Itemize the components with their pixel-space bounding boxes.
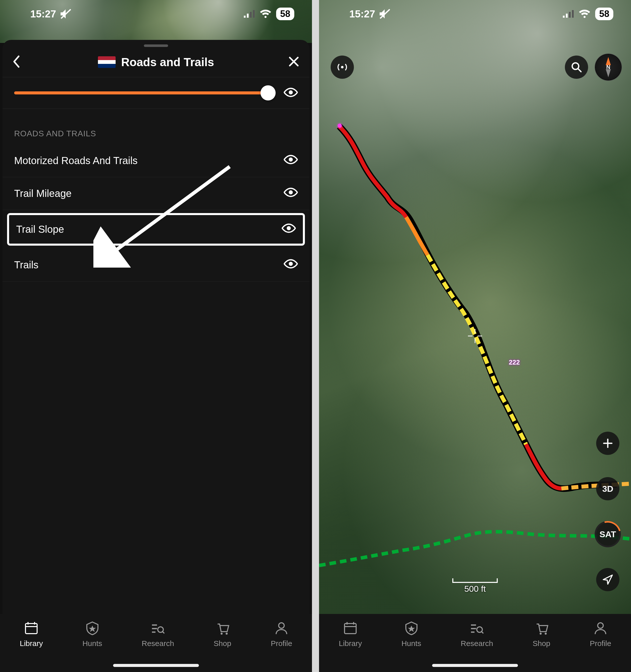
state-flag-icon [98, 56, 116, 68]
tab-label: Profile [271, 639, 292, 648]
phone-right: 222 15:27 58 [319, 0, 631, 672]
layer-row-mileage[interactable]: Trail Mileage [2, 177, 310, 210]
back-button[interactable] [13, 55, 20, 69]
svg-point-50 [477, 627, 482, 632]
svg-point-25 [226, 632, 228, 634]
layer-row-slope[interactable]: Trail Slope [7, 213, 305, 246]
tab-label: Library [20, 639, 43, 648]
trail-endpoint [338, 124, 342, 128]
tab-label: Shop [533, 639, 550, 648]
search-button[interactable] [565, 55, 588, 79]
home-indicator[interactable] [432, 664, 518, 667]
tab-research[interactable]: Research [142, 621, 174, 648]
wifi-icon [579, 9, 591, 19]
tab-library[interactable]: Library [339, 621, 362, 648]
trail-overlay [319, 0, 631, 672]
eye-icon[interactable] [284, 154, 298, 167]
status-time: 15:27 [30, 8, 56, 20]
opacity-slider[interactable] [14, 91, 274, 94]
layer-label: Trail Mileage [14, 188, 71, 199]
close-button[interactable] [288, 56, 299, 68]
tab-profile[interactable]: Profile [590, 621, 611, 648]
svg-rect-3 [250, 12, 252, 18]
tab-label: Library [339, 639, 362, 648]
locate-button[interactable] [596, 568, 620, 591]
home-indicator[interactable] [113, 664, 199, 667]
svg-rect-30 [569, 12, 571, 18]
svg-rect-2 [247, 14, 249, 18]
svg-line-23 [163, 632, 164, 633]
layer-label: Trail Slope [16, 224, 64, 235]
svg-point-52 [540, 632, 542, 634]
tab-label: Shop [214, 639, 231, 648]
tab-library[interactable]: Library [20, 621, 43, 648]
compass-button[interactable]: N [596, 54, 621, 80]
svg-point-8 [289, 158, 293, 162]
trail-marker-label: 222 [509, 358, 520, 366]
slider-knob[interactable] [261, 85, 276, 100]
add-button[interactable] [596, 432, 620, 455]
battery-pill: 58 [595, 7, 613, 20]
tab-label: Hunts [401, 639, 421, 648]
svg-line-51 [482, 632, 483, 633]
svg-point-9 [289, 190, 293, 194]
svg-marker-18 [89, 626, 96, 632]
svg-marker-46 [408, 626, 415, 632]
svg-point-10 [287, 226, 291, 230]
svg-point-53 [545, 632, 547, 634]
status-bar: 15:27 58 [0, 0, 312, 28]
svg-rect-42 [344, 624, 356, 633]
compass-n: N [606, 64, 610, 70]
svg-rect-29 [566, 14, 568, 18]
svg-marker-41 [603, 575, 612, 584]
tab-bar: Library Hunts Research Shop Profile [0, 614, 312, 672]
svg-point-11 [289, 262, 293, 266]
sat-button[interactable]: SAT [596, 523, 620, 546]
mute-icon [379, 8, 391, 20]
mute-icon [59, 8, 72, 20]
cellular-icon [563, 10, 574, 18]
svg-rect-31 [572, 10, 574, 18]
scale-bar: 500 ft [452, 578, 498, 594]
layer-label: Trails [14, 259, 39, 271]
tab-hunts[interactable]: Hunts [401, 621, 421, 648]
sheet-header: Roads and Trails [2, 47, 310, 77]
tab-bar: Library Hunts Research Shop Profile [319, 614, 631, 672]
svg-rect-1 [244, 16, 246, 18]
svg-point-26 [278, 623, 284, 628]
layer-row-motorized[interactable]: Motorized Roads And Trails [2, 144, 310, 177]
tab-label: Research [461, 639, 493, 648]
tracking-button[interactable] [331, 55, 354, 79]
svg-point-32 [341, 66, 343, 68]
svg-rect-4 [253, 10, 255, 18]
scale-label: 500 ft [464, 584, 486, 594]
eye-icon[interactable] [282, 223, 296, 236]
cellular-icon [244, 10, 255, 18]
tab-label: Profile [590, 639, 611, 648]
3d-button[interactable]: 3D [596, 477, 620, 500]
status-bar: 15:27 58 [319, 0, 631, 28]
svg-point-7 [289, 90, 293, 94]
battery-pill: 58 [276, 7, 294, 20]
svg-point-54 [598, 623, 603, 628]
tab-shop[interactable]: Shop [214, 621, 231, 648]
svg-point-24 [221, 632, 223, 634]
tab-profile[interactable]: Profile [271, 621, 292, 648]
tab-hunts[interactable]: Hunts [82, 621, 102, 648]
layer-label: Motorized Roads And Trails [14, 155, 138, 166]
tab-shop[interactable]: Shop [533, 621, 550, 648]
tab-label: Hunts [82, 639, 102, 648]
visibility-toggle[interactable] [284, 87, 298, 98]
tab-research[interactable]: Research [461, 621, 493, 648]
eye-icon[interactable] [284, 187, 298, 200]
phone-left: 15:27 58 [0, 0, 312, 672]
sheet-title: Roads and Trails [121, 55, 214, 69]
layer-sheet: Roads and Trails ROADS AND TRAILS Motori… [2, 40, 310, 672]
svg-point-22 [158, 627, 163, 632]
3d-label: 3D [602, 484, 613, 494]
sheet-grabber[interactable] [144, 44, 168, 47]
layer-row-trails[interactable]: Trails [2, 249, 310, 282]
wifi-icon [260, 9, 272, 19]
eye-icon[interactable] [284, 259, 298, 271]
status-time: 15:27 [349, 8, 375, 20]
